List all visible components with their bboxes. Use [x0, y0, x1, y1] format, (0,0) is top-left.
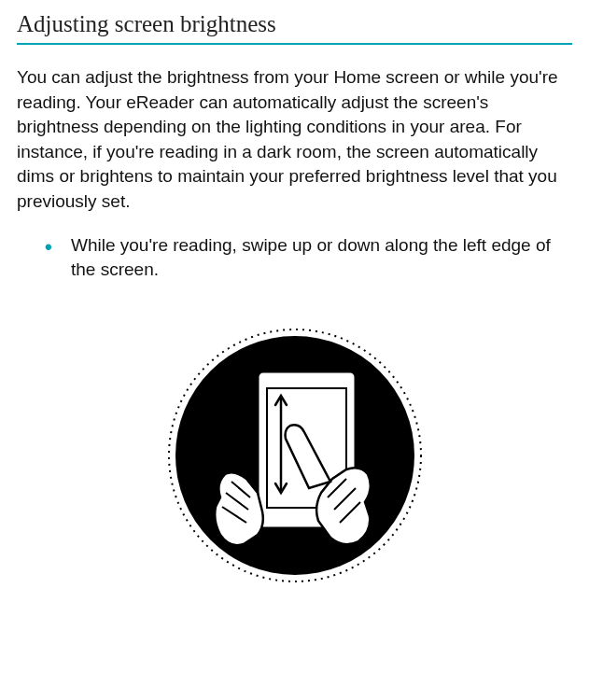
bullet-list: While you're reading, swipe up or down a…: [17, 233, 572, 283]
illustration-container: [17, 325, 572, 586]
bullet-item: While you're reading, swipe up or down a…: [45, 233, 572, 283]
intro-paragraph: You can adjust the brightness from your …: [17, 65, 572, 215]
swipe-gesture-illustration: [164, 325, 426, 586]
section-title: Adjusting screen brightness: [17, 11, 572, 45]
